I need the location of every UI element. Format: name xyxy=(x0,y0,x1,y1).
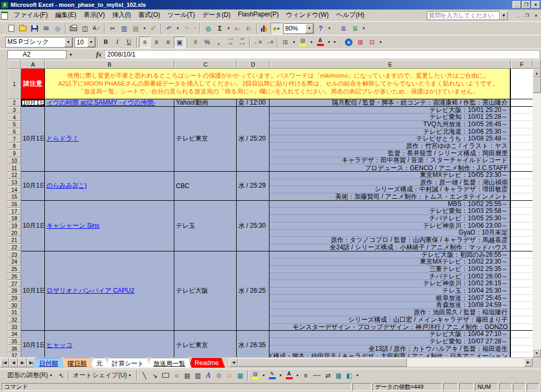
fill-color-button[interactable]: ▨ xyxy=(297,36,309,48)
sheet-tab-3[interactable]: 計算シート xyxy=(106,358,151,368)
row-header-9[interactable]: 9 xyxy=(7,150,21,157)
row-header-24[interactable]: 24 xyxy=(7,258,21,266)
title-cell[interactable]: ヒャッコ xyxy=(45,331,174,357)
row-header-25[interactable]: 25 xyxy=(7,266,21,273)
row-header-26[interactable]: 26 xyxy=(7,273,21,281)
empty-cell[interactable] xyxy=(511,193,533,201)
font-size-combo[interactable]: 10 ▼ xyxy=(74,37,96,48)
row-header-15[interactable]: 15 xyxy=(7,193,21,201)
empty-cell[interactable] xyxy=(511,172,533,179)
empty-cell[interactable] xyxy=(511,201,533,208)
zoom-dropdown-icon[interactable]: ▼ xyxy=(305,24,313,33)
row-header-36[interactable]: 36 xyxy=(7,345,21,352)
detail-cell[interactable]: 原作：原一雄 / 監督：湖山禎崇 xyxy=(269,179,510,186)
row-header-20[interactable]: 20 xyxy=(7,229,21,237)
print-button[interactable] xyxy=(68,23,79,34)
row-header-5[interactable]: 5 xyxy=(7,121,21,128)
draw-adjust-button[interactable]: 図形の調整(R)▼ xyxy=(5,370,56,381)
empty-cell[interactable] xyxy=(511,150,533,157)
date-cell[interactable]: 10月1日 xyxy=(21,251,45,331)
column-header-D[interactable]: D xyxy=(237,60,269,69)
font-name-combo[interactable]: MS Pゴシック ▼ xyxy=(5,37,73,48)
detail-cell[interactable]: GyaO：10月未定 xyxy=(269,230,510,237)
empty-cell[interactable] xyxy=(511,186,533,193)
flashpaper-dropdown-icon[interactable]: ▼ xyxy=(378,36,384,48)
empty-cell[interactable] xyxy=(511,157,533,165)
scroll-down-icon[interactable]: ▼ xyxy=(533,349,541,357)
line-button[interactable]: ╲ xyxy=(139,370,150,381)
detail-cell[interactable]: MBS：10/02 25:55～ xyxy=(269,201,510,208)
empty-cell[interactable] xyxy=(511,295,533,302)
detail-cell[interactable]: チバテレビ：10/02 26:00～ xyxy=(269,273,510,281)
detail-cell[interactable]: テレ玉：10/04 25:30～ xyxy=(269,287,510,295)
row-header-16[interactable]: 16 xyxy=(7,201,21,208)
detail-cell[interactable]: キャラデザ：田中将賀 / 音楽：スターチャイルドレコード xyxy=(269,157,510,165)
scroll-right-icon[interactable]: ▶ xyxy=(524,358,533,367)
row-header-23[interactable]: 23 xyxy=(7,251,21,258)
row-header-12[interactable]: 12 xyxy=(7,172,21,179)
sheet-tab-5[interactable]: Readme xyxy=(189,358,225,368)
italic-button[interactable]: I xyxy=(111,36,123,48)
autosum-button[interactable]: Σ xyxy=(214,23,226,34)
draw-line-color-dropdown-icon[interactable]: ▼ xyxy=(278,370,284,381)
row-header-8[interactable]: 8 xyxy=(7,143,21,150)
copy-button[interactable]: ▥ xyxy=(118,23,130,34)
empty-cell[interactable] xyxy=(511,135,533,143)
doc-restore-button[interactable]: ❐ xyxy=(523,12,531,19)
increase-decimal-button[interactable]: ⁺·⁰·⁰⁰ xyxy=(225,36,236,48)
fill-color-dropdown-icon[interactable]: ▼ xyxy=(309,36,314,48)
percent-style-button[interactable]: % xyxy=(201,36,213,48)
detail-cell[interactable]: 三重テレビ：10/02 25:35～ xyxy=(269,266,510,273)
text-box-button[interactable]: ▤ xyxy=(182,370,192,381)
autoshapes-button[interactable]: オートシェイプ(U)▼ xyxy=(71,370,135,381)
row-header-7[interactable]: 7 xyxy=(7,135,21,143)
program-title-link[interactable]: ロザリオとバンパイア CAPU2 xyxy=(46,286,134,295)
column-header-A[interactable]: A xyxy=(21,60,45,69)
title-cell[interactable]: とらドラ！ xyxy=(45,107,174,171)
decrease-indent-button[interactable]: ←≡ xyxy=(252,36,264,48)
draw-font-color-button[interactable]: A xyxy=(284,370,295,381)
row-header-18[interactable]: 18 xyxy=(7,215,21,222)
detail-cell[interactable]: 全13話 / 原作：カトウハルアキ / 監督：福田道生 xyxy=(269,346,510,353)
borders-dropdown-icon[interactable]: ▼ xyxy=(291,36,297,48)
empty-cell[interactable] xyxy=(511,244,533,251)
draw-fill-dropdown-icon[interactable]: ▼ xyxy=(261,370,267,381)
day-time-cell[interactable]: 水 / 25:30 xyxy=(237,201,269,251)
increase-indent-button[interactable]: →≡ xyxy=(264,36,275,48)
detail-cell[interactable]: 監督：長井龍雪 / シリーズ構成：岡田麿里 xyxy=(269,150,510,157)
detail-cell[interactable]: テレビ北海道：10/06 25:30～ xyxy=(269,128,510,136)
currency-style-button[interactable]: ¥ xyxy=(190,36,201,48)
menu-item-data[interactable]: データ(D) xyxy=(199,10,234,21)
empty-cell[interactable] xyxy=(511,309,533,316)
fx-icon[interactable]: fx xyxy=(96,51,101,59)
empty-cell[interactable] xyxy=(511,128,533,136)
toolbar-grip[interactable] xyxy=(333,23,336,34)
empty-cell[interactable] xyxy=(511,237,533,244)
detail-cell[interactable]: 美術：加藤賢司 / アニメ制作：トムス・エンタテインメント xyxy=(269,193,510,201)
detail-cell[interactable]: テレビ愛知：10/07 27:28～ xyxy=(269,338,510,346)
prev-sheet-icon[interactable]: ◀ xyxy=(9,358,18,367)
select-all-corner[interactable] xyxy=(7,60,21,69)
empty-cell[interactable] xyxy=(511,338,533,346)
custom-toolbar-button-1[interactable]: ≣ xyxy=(338,23,349,34)
row-header-2[interactable]: 2 xyxy=(7,99,21,107)
zoom-combo[interactable]: 80% ▼ xyxy=(283,23,314,34)
name-box-dropdown-icon[interactable]: ▼ xyxy=(67,50,75,59)
detail-cell[interactable]: シリーズ構成：中村誠 / キャラデザ：増田敏彦 xyxy=(269,186,510,193)
sheet-tab-4[interactable]: 放送局一覧 xyxy=(147,358,192,368)
clip-art-button[interactable]: ☺ xyxy=(224,370,235,381)
merge-center-button[interactable]: ▣ xyxy=(174,36,185,48)
horizontal-scrollbar[interactable]: ◀ ▶ xyxy=(229,358,533,367)
draw-fill-color-button[interactable]: ▨ xyxy=(250,370,261,381)
row-header-10[interactable]: 10 xyxy=(7,157,21,165)
insert-hyperlink-button[interactable]: ◍ xyxy=(202,23,214,34)
email-button[interactable]: ✉ xyxy=(40,23,52,34)
custom-toolbar-dropdown-icon[interactable]: ▼ xyxy=(361,23,367,34)
paste-dropdown-icon[interactable]: ▼ xyxy=(142,23,147,34)
font-size-dropdown-icon[interactable]: ▼ xyxy=(87,38,95,47)
empty-cell[interactable] xyxy=(511,324,533,331)
empty-cell[interactable] xyxy=(511,69,533,99)
row-header-6[interactable]: 6 xyxy=(7,128,21,136)
row-header-29[interactable]: 29 xyxy=(7,295,21,302)
date-cell[interactable]: 10月1日 xyxy=(21,107,45,171)
